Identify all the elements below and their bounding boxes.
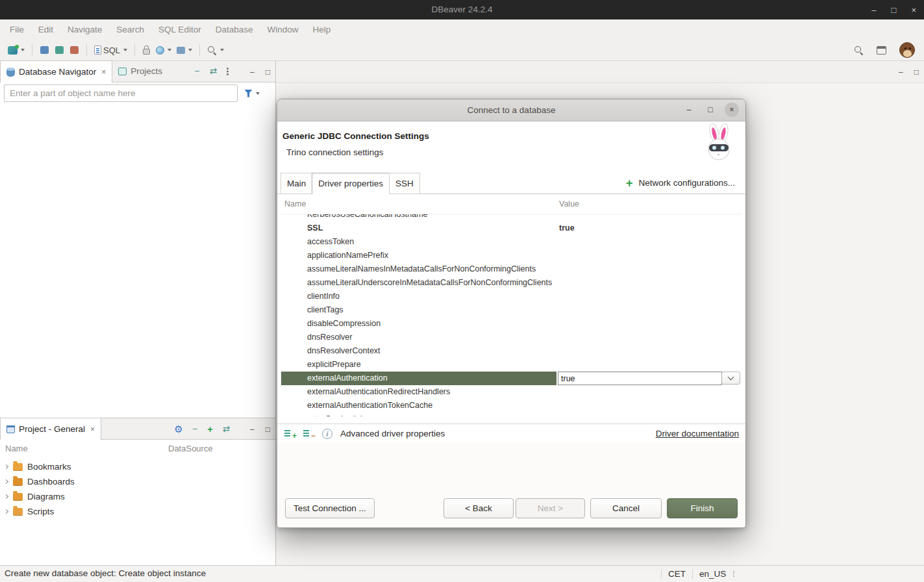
menu-item-edit[interactable]: Edit bbox=[31, 19, 60, 40]
dialog-maximize-button[interactable]: □ bbox=[703, 103, 718, 117]
property-value-editor[interactable] bbox=[558, 372, 722, 385]
panel-minimize-button[interactable]: – bbox=[250, 68, 255, 77]
property-name: assumeLiteralNamesInMetadataCallsForNonC… bbox=[281, 262, 556, 276]
tab-database-navigator[interactable]: Database Navigator × bbox=[0, 60, 112, 82]
column-header-datasource[interactable]: DataSource bbox=[164, 444, 213, 453]
chevron-right-icon[interactable] bbox=[4, 509, 8, 514]
navigator-tabbar: Database Navigator × Projects − ⇄ – □ bbox=[0, 61, 275, 82]
menu-item-help[interactable]: Help bbox=[305, 19, 338, 40]
status-message: Create new database object: Create objec… bbox=[5, 568, 206, 578]
collapse-all-icon[interactable]: − bbox=[195, 67, 200, 76]
property-row[interactable]: externalAuthenticationTokenCache bbox=[281, 399, 742, 412]
tab-project-general[interactable]: Project - General × bbox=[0, 418, 101, 440]
database-navigator-tree[interactable] bbox=[0, 104, 275, 418]
property-row[interactable]: KerberosUseCanonicalHostname bbox=[281, 214, 742, 221]
panel-maximize-button[interactable]: □ bbox=[266, 68, 270, 77]
sql-editor-button[interactable]: SQL bbox=[92, 42, 130, 58]
dialog-minimize-button[interactable]: – bbox=[682, 103, 696, 117]
view-menu-icon[interactable] bbox=[227, 68, 229, 70]
menu-item-sql-editor[interactable]: SQL Editor bbox=[151, 19, 208, 40]
property-row[interactable]: dnsResolverContext bbox=[281, 344, 742, 358]
global-search-icon[interactable] bbox=[854, 45, 864, 55]
panel-minimize-button[interactable]: – bbox=[250, 425, 255, 434]
status-locale[interactable]: en_US bbox=[699, 569, 726, 579]
window-minimize-button[interactable]: – bbox=[871, 5, 876, 15]
menu-item-search[interactable]: Search bbox=[109, 19, 151, 40]
column-header-name[interactable]: Name bbox=[0, 444, 164, 453]
network-configurations-button[interactable]: + Network configurations... bbox=[626, 171, 735, 194]
add-property-icon[interactable] bbox=[284, 429, 295, 438]
property-row[interactable]: clientInfo bbox=[281, 290, 742, 303]
chevron-right-icon[interactable] bbox=[4, 479, 8, 484]
cancel-button[interactable]: Cancel bbox=[590, 498, 662, 518]
back-button[interactable]: < Back bbox=[443, 498, 514, 518]
tree-item-scripts[interactable]: Scripts bbox=[0, 504, 275, 519]
finish-button[interactable]: Finish bbox=[667, 498, 738, 518]
property-row[interactable]: externalAuthenticationRedirectHandlers bbox=[281, 385, 742, 399]
object-filter-input[interactable] bbox=[4, 84, 238, 102]
property-row[interactable]: externalAuthentication bbox=[281, 372, 742, 385]
menu-item-window[interactable]: Window bbox=[260, 19, 305, 40]
disconnect-icon[interactable] bbox=[55, 46, 64, 54]
tree-item-diagrams[interactable]: Diagrams bbox=[0, 489, 275, 504]
dialog-titlebar[interactable]: Connect to a database – □ × bbox=[277, 99, 745, 121]
property-row[interactable]: disableCompression bbox=[281, 317, 742, 331]
panel-maximize-button[interactable]: □ bbox=[914, 68, 919, 77]
window-close-button[interactable]: × bbox=[911, 5, 916, 15]
link-with-editor-icon[interactable]: ⇄ bbox=[210, 67, 217, 76]
menu-item-file[interactable]: File bbox=[3, 19, 31, 40]
property-row[interactable]: assumeLiteralNamesInMetadataCallsForNonC… bbox=[281, 262, 742, 276]
isolation-level-button[interactable] bbox=[153, 42, 174, 58]
connect-icon[interactable] bbox=[40, 46, 49, 54]
panel-maximize-button[interactable]: □ bbox=[266, 425, 270, 434]
search-metadata-button[interactable] bbox=[205, 42, 227, 58]
driver-documentation-link[interactable]: Driver documentation bbox=[656, 429, 739, 438]
perspective-icon[interactable] bbox=[877, 46, 886, 55]
properties-toolbar: i Advanced driver properties Driver docu… bbox=[277, 424, 745, 443]
dialog-tab-driver-properties[interactable]: Driver properties bbox=[312, 173, 390, 194]
network-icon bbox=[177, 47, 185, 54]
filter-button[interactable] bbox=[244, 90, 260, 97]
menu-item-navigate[interactable]: Navigate bbox=[60, 19, 109, 40]
status-timezone[interactable]: CET bbox=[668, 569, 686, 579]
chevron-right-icon[interactable] bbox=[4, 464, 8, 469]
dialog-tab-main[interactable]: Main bbox=[281, 173, 312, 194]
close-tab-icon[interactable]: × bbox=[101, 68, 106, 77]
property-value-dropdown-button[interactable] bbox=[721, 372, 740, 385]
property-row[interactable]: extraCredentials bbox=[281, 412, 742, 416]
dialog-tab-ssh[interactable]: SSH bbox=[389, 173, 420, 194]
next-button[interactable]: Next > bbox=[516, 498, 585, 518]
expand-all-icon[interactable]: + bbox=[208, 425, 213, 434]
property-row[interactable]: assumeLiteralUnderscoreInMetadataCallsFo… bbox=[281, 276, 742, 290]
collapse-all-icon[interactable]: − bbox=[193, 425, 198, 434]
connection-settings-button[interactable] bbox=[174, 42, 195, 58]
panel-minimize-button[interactable]: – bbox=[899, 68, 903, 77]
tree-item-dashboards[interactable]: Dashboards bbox=[0, 474, 275, 489]
user-avatar[interactable] bbox=[899, 42, 915, 58]
column-header-value[interactable]: Value bbox=[559, 199, 579, 209]
close-tab-icon[interactable]: × bbox=[90, 425, 95, 434]
configure-gear-icon[interactable]: ⚙ bbox=[174, 424, 182, 434]
tree-item-bookmarks[interactable]: Bookmarks bbox=[0, 459, 275, 474]
autocommit-lock-icon[interactable] bbox=[143, 49, 150, 55]
test-connection-button[interactable]: Test Connection ... bbox=[285, 498, 375, 518]
tab-projects[interactable]: Projects bbox=[112, 60, 168, 82]
invalidate-connection-icon[interactable] bbox=[70, 46, 79, 54]
column-header-name[interactable]: Name bbox=[281, 199, 306, 209]
property-name: KerberosUseCanonicalHostname bbox=[281, 214, 556, 221]
property-row[interactable]: accessToken bbox=[281, 235, 742, 249]
property-row[interactable]: explicitPrepare bbox=[281, 358, 742, 372]
property-row[interactable]: SSLtrue bbox=[281, 221, 742, 235]
project-columns-header: Name DataSource bbox=[0, 440, 275, 457]
window-maximize-button[interactable]: □ bbox=[892, 5, 897, 15]
property-row[interactable]: clientTags bbox=[281, 303, 742, 317]
property-row[interactable]: applicationNamePrefix bbox=[281, 249, 742, 262]
link-with-editor-icon[interactable]: ⇄ bbox=[223, 425, 230, 434]
chevron-right-icon[interactable] bbox=[4, 494, 8, 499]
remove-property-icon[interactable] bbox=[303, 429, 314, 438]
property-row[interactable]: dnsResolver bbox=[281, 331, 742, 344]
property-name: dnsResolverContext bbox=[281, 344, 556, 358]
menu-item-database[interactable]: Database bbox=[208, 19, 260, 40]
new-connection-button[interactable] bbox=[5, 42, 27, 58]
dialog-close-button[interactable]: × bbox=[725, 103, 739, 117]
